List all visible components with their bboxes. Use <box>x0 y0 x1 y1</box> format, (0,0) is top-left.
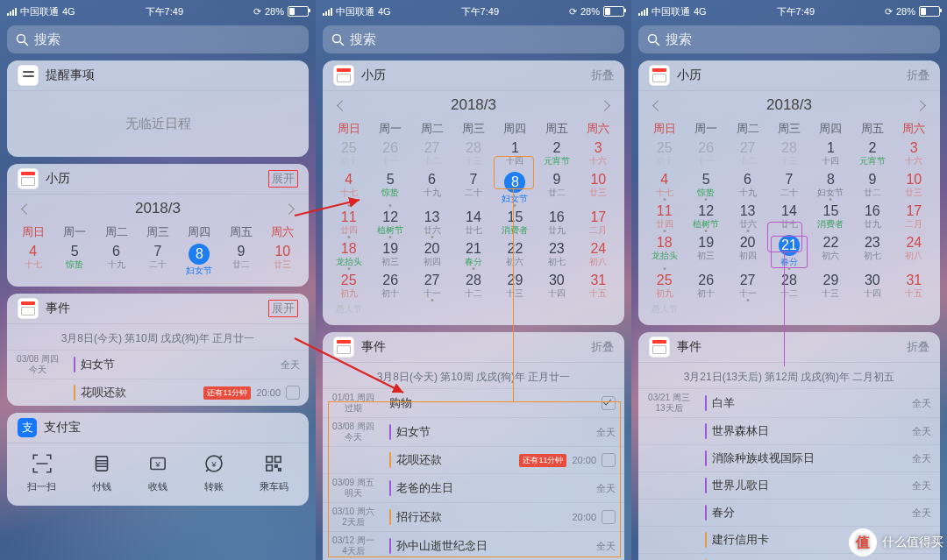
cal-cell[interactable]: 6十九 <box>96 242 137 280</box>
cal-cell[interactable]: 9廿二 <box>220 242 261 280</box>
event-row[interactable]: 世界儿歌日全天 <box>638 471 940 499</box>
cal-cell[interactable]: 26初十 <box>369 271 410 302</box>
search-input[interactable]: 搜索 <box>7 25 309 53</box>
search-input[interactable]: 搜索 <box>323 25 624 53</box>
event-row[interactable]: 03/21 周三13天后白羊全天 <box>638 388 940 417</box>
cal-cell[interactable]: 28十三 <box>452 138 494 170</box>
cal-cell[interactable]: 21春分 <box>452 239 494 271</box>
cal-cell[interactable]: 7二十 <box>452 170 494 208</box>
cal-cell[interactable]: 25初十 <box>328 138 369 170</box>
alipay-action[interactable]: 乘车码 <box>260 452 288 493</box>
cal-cell[interactable]: 27十二 <box>727 138 768 170</box>
cal-cell[interactable]: 20初四 <box>411 239 452 271</box>
cal-cell[interactable]: 31十五 <box>578 271 619 302</box>
event-row[interactable]: 花呗还款还有11分钟20:00 <box>323 446 624 473</box>
cal-cell[interactable]: 26初十 <box>685 271 726 302</box>
cal-cell[interactable]: 30十四 <box>536 271 577 302</box>
checkbox[interactable] <box>602 453 616 467</box>
next-month[interactable] <box>283 203 295 215</box>
search-input[interactable]: 搜索 <box>638 25 940 53</box>
cal-cell[interactable]: 2元宵节 <box>851 138 893 170</box>
cal-cell[interactable]: 13廿六 <box>727 202 768 233</box>
cal-cell[interactable]: 5惊蛰 <box>685 170 726 202</box>
cal-cell[interactable]: 28十二 <box>768 271 809 302</box>
cal-cell[interactable]: 14廿七 <box>768 202 809 233</box>
cal-cell[interactable]: 8妇女节 <box>179 242 220 280</box>
cal-cell[interactable]: 14廿七 <box>452 208 494 239</box>
cal-cell[interactable]: 19初三 <box>369 239 410 271</box>
cal-cell[interactable]: 28十三 <box>768 138 809 170</box>
cal-cell[interactable]: 17二月 <box>894 202 935 233</box>
cal-cell[interactable]: 15消费者 <box>495 208 536 239</box>
cal-cell[interactable]: 6十九 <box>727 170 768 202</box>
event-row[interactable]: 春分全天 <box>638 499 940 526</box>
event-row[interactable]: 花呗还款还有11分钟20:00 <box>7 379 309 406</box>
event-row[interactable]: 03/12 周一4天后孙中山逝世纪念日全天 <box>323 531 624 560</box>
cal-cell[interactable]: 26十一 <box>685 138 726 170</box>
prev-month[interactable] <box>21 203 32 215</box>
cal-cell[interactable]: 4十七 <box>644 170 685 202</box>
cal-cell[interactable]: 8妇女节 <box>495 170 536 208</box>
expand-button[interactable]: 展开 <box>268 170 298 188</box>
collapse-button[interactable]: 折叠 <box>591 67 614 83</box>
cal-cell[interactable]: 31十五 <box>894 271 935 302</box>
cal-cell[interactable]: 24初八 <box>578 239 619 271</box>
cal-cell[interactable]: 1十四 <box>495 138 536 170</box>
event-row[interactable]: 03/08 周四今天妇女节全天 <box>7 350 309 379</box>
event-row[interactable]: 消除种族歧视国际日全天 <box>638 444 940 471</box>
cal-cell[interactable]: 25初九 <box>328 271 369 302</box>
cal-cell[interactable]: 10廿三 <box>894 170 935 202</box>
cal-cell[interactable]: 5惊蛰 <box>53 242 95 280</box>
cal-cell[interactable]: 16廿九 <box>851 202 893 233</box>
cal-cell[interactable]: 10廿三 <box>578 170 619 208</box>
cal-cell[interactable]: 24初八 <box>894 233 935 271</box>
collapse-button[interactable]: 折叠 <box>907 339 929 355</box>
cal-cell[interactable]: 11廿四 <box>328 208 369 239</box>
cal-cell[interactable]: 22初六 <box>495 239 536 271</box>
cal-cell[interactable]: 17二月 <box>578 208 619 239</box>
cal-cell[interactable]: 7二十 <box>768 170 809 202</box>
collapse-button[interactable]: 折叠 <box>591 339 614 355</box>
cal-cell[interactable]: 29十三 <box>495 271 536 302</box>
cal-cell[interactable]: 18龙抬头 <box>644 233 685 271</box>
cal-cell[interactable]: 12植树节 <box>685 202 726 233</box>
cal-cell[interactable]: 1十四 <box>810 138 851 170</box>
expand-button[interactable]: 展开 <box>268 300 298 317</box>
alipay-action[interactable]: 付钱 <box>90 452 113 493</box>
cal-cell[interactable]: 21春分 <box>768 233 809 271</box>
cal-cell[interactable]: 12植树节 <box>369 208 410 239</box>
cal-cell[interactable]: 23初七 <box>536 239 577 271</box>
alipay-action[interactable]: ¥收钱 <box>146 452 169 493</box>
event-row[interactable]: 03/10 周六2天后招行还款20:00 <box>323 502 624 531</box>
cal-cell[interactable]: 25初十 <box>644 138 685 170</box>
cal-cell[interactable]: 2元宵节 <box>536 138 577 170</box>
cal-cell[interactable]: 29十三 <box>810 271 851 302</box>
cal-cell[interactable]: 30十四 <box>851 271 893 302</box>
checkbox[interactable] <box>602 396 616 410</box>
cal-cell[interactable]: 16廿九 <box>536 208 577 239</box>
cal-cell[interactable]: 9廿二 <box>851 170 893 202</box>
cal-cell[interactable]: 8妇女节 <box>810 170 851 202</box>
cal-cell[interactable]: 13廿六 <box>411 208 452 239</box>
event-row[interactable]: 03/08 周四今天妇女节全天 <box>323 417 624 446</box>
cal-cell[interactable]: 9廿二 <box>536 170 577 208</box>
event-row[interactable]: 01/01 周四过期购物 <box>323 388 624 417</box>
cal-cell[interactable]: 18龙抬头 <box>328 239 369 271</box>
cal-cell[interactable]: 27十一 <box>411 271 452 302</box>
alipay-action[interactable]: ¥转账 <box>203 452 225 493</box>
cal-cell[interactable]: 4十七 <box>328 170 369 208</box>
checkbox[interactable] <box>602 510 616 524</box>
event-row[interactable]: 03/09 周五明天老爸的生日全天 <box>323 473 624 502</box>
cal-cell[interactable]: 25初九 <box>644 271 685 302</box>
alipay-action[interactable]: 扫一扫 <box>27 452 56 493</box>
cal-cell[interactable]: 4十七 <box>12 242 53 280</box>
cal-cell[interactable]: 28十二 <box>452 271 494 302</box>
cal-cell[interactable]: 7二十 <box>137 242 178 280</box>
cal-cell[interactable]: 5惊蛰 <box>369 170 410 208</box>
cal-cell[interactable]: 15消费者 <box>810 202 851 233</box>
event-row[interactable]: 世界森林日全天 <box>638 417 940 444</box>
cal-cell[interactable]: 20初四 <box>727 233 768 271</box>
cal-cell[interactable]: 6十九 <box>411 170 452 208</box>
collapse-button[interactable]: 折叠 <box>907 67 929 83</box>
cal-cell[interactable]: 19初三 <box>685 233 726 271</box>
